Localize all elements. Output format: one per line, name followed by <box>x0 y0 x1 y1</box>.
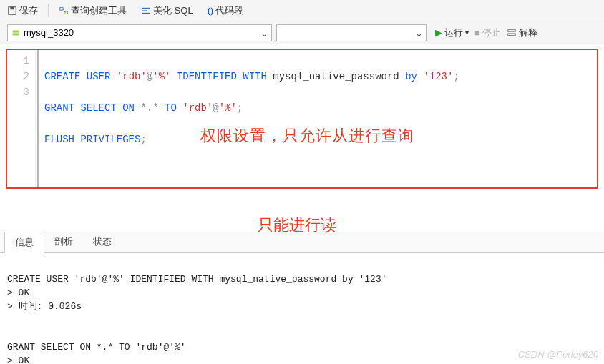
watermark: CSDN @Perley620 <box>518 349 598 360</box>
run-label: 运行 <box>444 26 463 39</box>
snippets-button[interactable]: () 代码段 <box>203 3 248 19</box>
connection-bar: mysql_3320 ⌄ ⌄ ▶ 运行 ▾ ■ 停止 解释 <box>0 21 604 44</box>
separator <box>48 4 49 17</box>
annotation-permission: 权限设置，只允许从进行查询 <box>200 125 414 147</box>
chevron-down-icon: ⌄ <box>260 28 268 39</box>
connection-value: mysql_3320 <box>24 27 74 38</box>
code-line: CREATE USER 'rdb'@'%' IDENTIFIED WITH my… <box>44 69 591 84</box>
run-group: ▶ 运行 ▾ ■ 停止 解释 <box>435 26 537 39</box>
explain-label: 解释 <box>519 26 537 39</box>
beautify-button[interactable]: 美化 SQL <box>137 3 198 19</box>
query-builder-button[interactable]: 查询创建工具 <box>54 3 131 19</box>
stop-icon: ■ <box>474 27 480 38</box>
line-number: 2 <box>10 69 29 84</box>
tab-status[interactable]: 状态 <box>83 232 122 252</box>
explain-button[interactable]: 解释 <box>507 26 537 39</box>
line-number: 1 <box>10 53 29 69</box>
beautify-label: 美化 SQL <box>153 4 193 17</box>
query-builder-label: 查询创建工具 <box>71 4 127 17</box>
result-time: > 时间: 0.026s <box>7 301 82 312</box>
code-area[interactable]: CREATE USER 'rdb'@'%' IDENTIFIED WITH my… <box>37 50 597 187</box>
dropdown-icon: ▾ <box>465 29 469 36</box>
save-button[interactable]: 保存 <box>3 3 42 19</box>
svg-rect-2 <box>60 7 63 10</box>
stop-label: 停止 <box>482 26 501 39</box>
result-stmt: CREATE USER 'rdb'@'%' IDENTIFIED WITH my… <box>7 274 387 285</box>
result-panel: CREATE USER 'rdb'@'%' IDENTIFIED WITH my… <box>0 253 604 364</box>
explain-icon <box>507 28 517 38</box>
run-button[interactable]: ▶ 运行 ▾ <box>435 26 469 39</box>
chevron-down-icon: ⌄ <box>415 28 423 39</box>
database-combo[interactable]: ⌄ <box>276 24 427 41</box>
annotation-readonly: 只能进行读 <box>258 215 336 236</box>
save-icon <box>7 6 17 16</box>
main-toolbar: 保存 查询创建工具 美化 SQL () 代码段 <box>0 0 604 21</box>
database-icon <box>11 28 21 38</box>
svg-rect-11 <box>508 33 516 35</box>
result-stmt: GRANT SELECT ON *.* TO 'rdb'@'%' <box>7 342 186 353</box>
svg-rect-10 <box>508 29 516 31</box>
line-gutter: 1 2 3 <box>7 50 36 187</box>
sql-editor-highlight: 1 2 3 CREATE USER 'rdb'@'%' IDENTIFIED W… <box>6 49 598 189</box>
svg-rect-1 <box>10 6 14 9</box>
snippets-label: 代码段 <box>215 4 243 17</box>
stop-button: ■ 停止 <box>474 26 501 39</box>
snippets-icon: () <box>208 5 214 16</box>
tab-profile[interactable]: 剖析 <box>44 232 83 252</box>
code-line: GRANT SELECT ON *.* TO 'rdb'@'%'; <box>44 100 591 116</box>
sql-editor[interactable]: 1 2 3 CREATE USER 'rdb'@'%' IDENTIFIED W… <box>7 50 597 187</box>
play-icon: ▶ <box>435 27 442 38</box>
connection-combo[interactable]: mysql_3320 ⌄ <box>7 24 272 41</box>
result-ok: > OK <box>7 287 29 298</box>
save-label: 保存 <box>19 4 38 17</box>
tab-info[interactable]: 信息 <box>4 232 44 253</box>
line-number: 3 <box>10 84 29 100</box>
beautify-icon <box>141 6 151 16</box>
result-ok: > OK <box>7 355 29 364</box>
query-builder-icon <box>59 6 69 16</box>
